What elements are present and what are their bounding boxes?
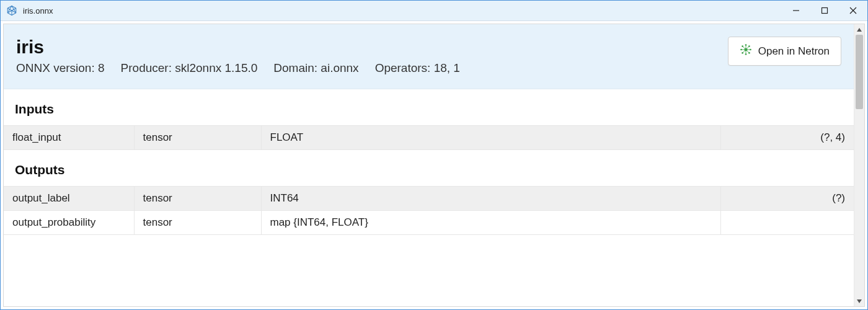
svg-line-22 — [746, 46, 749, 50]
app-window: iris.onnx iris ONNX — [0, 0, 868, 310]
outputs-table: output_label tensor INT64 (?) output_pro… — [4, 186, 854, 235]
svg-line-23 — [742, 50, 745, 53]
model-header: iris ONNX version: 8 Producer: skl2onnx … — [4, 24, 854, 89]
scroll-down-arrow[interactable] — [854, 296, 865, 306]
meta-onnx-version: ONNX version: 8 — [16, 61, 105, 75]
io-dtype: map {INT64, FLOAT} — [261, 211, 720, 235]
open-in-netron-label: Open in Netron — [758, 45, 830, 58]
io-name: float_input — [4, 126, 134, 150]
io-shape — [720, 211, 854, 235]
open-in-netron-button[interactable]: Open in Netron — [728, 37, 841, 66]
io-shape: (?) — [720, 187, 854, 211]
scroll-track[interactable] — [854, 35, 864, 296]
titlebar: iris.onnx — [1, 1, 867, 20]
table-row: output_label tensor INT64 (?) — [4, 187, 854, 211]
scroll-up-arrow[interactable] — [854, 24, 865, 35]
inputs-title: Inputs — [4, 102, 854, 125]
scroll-area: iris ONNX version: 8 Producer: skl2onnx … — [4, 24, 854, 306]
model-name: iris — [16, 37, 715, 58]
io-kind: tensor — [134, 211, 261, 235]
model-meta: ONNX version: 8 Producer: skl2onnx 1.15.… — [16, 61, 715, 75]
table-row: output_probability tensor map {INT64, FL… — [4, 211, 854, 235]
io-kind: tensor — [134, 187, 261, 211]
table-row: float_input tensor FLOAT (?, 4) — [4, 126, 854, 150]
client-area: iris ONNX version: 8 Producer: skl2onnx … — [1, 20, 867, 309]
vertical-scrollbar[interactable] — [854, 24, 864, 306]
svg-rect-5 — [822, 8, 828, 14]
io-name: output_label — [4, 187, 134, 211]
window-controls — [782, 1, 867, 20]
inputs-section: Inputs float_input tensor FLOAT (?, 4) — [4, 89, 854, 150]
meta-producer: Producer: skl2onnx 1.15.0 — [121, 61, 258, 75]
close-button[interactable] — [839, 1, 867, 20]
svg-line-24 — [746, 50, 749, 53]
svg-marker-26 — [857, 299, 862, 303]
maximize-button[interactable] — [810, 1, 839, 20]
io-name: output_probability — [4, 211, 134, 235]
app-icon — [6, 4, 18, 17]
outputs-title: Outputs — [4, 162, 854, 186]
svg-line-21 — [742, 46, 745, 50]
inputs-table: float_input tensor FLOAT (?, 4) — [4, 125, 854, 150]
minimize-button[interactable] — [782, 1, 810, 20]
content-frame: iris ONNX version: 8 Producer: skl2onnx … — [3, 24, 865, 307]
svg-marker-25 — [857, 28, 862, 32]
netron-icon — [740, 43, 752, 59]
scroll-thumb[interactable] — [856, 35, 863, 109]
io-dtype: INT64 — [261, 187, 720, 211]
outputs-section: Outputs output_label tensor INT64 (?) ou… — [4, 150, 854, 235]
io-dtype: FLOAT — [261, 126, 720, 150]
meta-operators: Operators: 18, 1 — [375, 61, 460, 75]
window-title: iris.onnx — [23, 6, 53, 16]
io-shape: (?, 4) — [720, 126, 854, 150]
meta-domain: Domain: ai.onnx — [273, 61, 358, 75]
io-kind: tensor — [134, 126, 261, 150]
